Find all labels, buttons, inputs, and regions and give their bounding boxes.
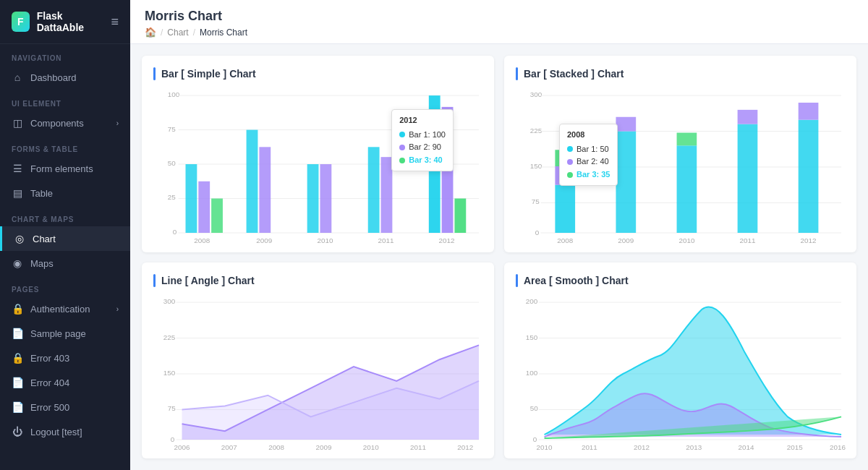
bar-simple-chart-card: Bar [ Simple ] Chart 100 75 50 25 0: [142, 56, 494, 252]
svg-text:2008: 2008: [557, 236, 573, 244]
line-angle-svg: 300 225 150 75 0: [153, 294, 482, 453]
sidebar-item-label: Error 500: [30, 402, 69, 413]
sidebar-item-logout[interactable]: ⏻ Logout [test]: [0, 419, 130, 444]
sidebar-item-chart[interactable]: ◎ Chart: [0, 226, 130, 251]
breadcrumb: 🏠 / Chart / Morris Chart: [145, 27, 854, 38]
page-title: Morris Chart: [145, 9, 854, 24]
sidebar-item-label: Table: [30, 188, 53, 199]
svg-text:100: 100: [168, 90, 180, 98]
svg-text:150: 150: [163, 368, 176, 376]
components-icon: ◫: [12, 117, 23, 129]
sidebar-item-label: Error 404: [30, 377, 69, 388]
line-angle-chart-title: Line [ Angle ] Chart: [153, 274, 482, 287]
sidebar-item-label: Dashboard: [30, 72, 77, 83]
page-icon: 📄: [12, 401, 23, 413]
lock-icon: 🔒: [12, 352, 23, 364]
sidebar-item-error-500[interactable]: 📄 Error 500: [0, 395, 130, 419]
area-smooth-chart-body: 200 150 100 50 0: [516, 294, 845, 456]
chevron-right-icon: ›: [116, 119, 119, 127]
svg-rect-43: [677, 133, 697, 146]
svg-rect-16: [320, 164, 331, 233]
content-area: Bar [ Simple ] Chart 100 75 50 25 0: [130, 44, 868, 470]
svg-text:0: 0: [535, 228, 540, 236]
svg-text:2009: 2009: [256, 236, 272, 244]
home-icon: 🏠: [145, 27, 156, 38]
form-icon: ☰: [12, 163, 23, 174]
breadcrumb-chart-link[interactable]: Chart: [167, 27, 188, 38]
breadcrumb-sep: /: [161, 27, 163, 38]
area-smooth-svg: 200 150 100 50 0: [516, 294, 845, 453]
svg-rect-11: [198, 181, 210, 233]
svg-rect-20: [442, 107, 454, 233]
svg-text:100: 100: [526, 368, 538, 376]
topbar: Morris Chart 🏠 / Chart / Morris Chart: [130, 0, 868, 44]
svg-rect-39: [555, 150, 575, 166]
svg-rect-15: [307, 164, 319, 233]
svg-text:225: 225: [530, 127, 542, 134]
sidebar-item-form-elements[interactable]: ☰ Form elements: [0, 156, 130, 181]
sidebar-item-error-403[interactable]: 🔒 Error 403: [0, 346, 130, 370]
sidebar-item-label: Logout [test]: [30, 427, 82, 437]
svg-text:0: 0: [173, 228, 177, 236]
svg-text:300: 300: [530, 90, 542, 98]
svg-rect-19: [429, 95, 441, 233]
chevron-right-icon: ›: [116, 305, 119, 313]
svg-text:2007: 2007: [221, 443, 237, 450]
svg-text:2010: 2010: [678, 236, 694, 244]
sidebar-item-label: Chart: [33, 234, 56, 244]
power-icon: ⏻: [12, 426, 23, 437]
brand-icon: F: [12, 12, 30, 32]
svg-rect-18: [381, 157, 393, 233]
breadcrumb-sep2: /: [193, 27, 195, 38]
bar-stacked-chart-body: 300 225 150 75 0: [516, 87, 845, 249]
nav-section-ui: UI ELEMENT: [0, 90, 130, 111]
svg-text:2010: 2010: [363, 443, 379, 450]
bar-stacked-svg: 300 225 150 75 0: [516, 87, 845, 247]
svg-text:2009: 2009: [618, 236, 634, 244]
area-smooth-chart-card: Area [ Smooth ] Chart 200 150 100 50 0: [504, 262, 856, 459]
svg-text:2015: 2015: [787, 443, 803, 450]
page-icon: 📄: [12, 377, 23, 388]
brand-name: Flask DattaAble: [37, 10, 104, 33]
svg-text:75: 75: [532, 197, 540, 205]
sidebar-item-table[interactable]: ▤ Table: [0, 181, 130, 205]
nav-section-pages: PAGES: [0, 275, 130, 296]
sidebar-item-maps[interactable]: ◉ Maps: [0, 251, 130, 275]
sidebar-item-authentication[interactable]: 🔒 Authentication ›: [0, 296, 130, 321]
svg-rect-44: [738, 124, 758, 233]
svg-text:2012: 2012: [801, 236, 817, 244]
bar-simple-chart-title: Bar [ Simple ] Chart: [153, 67, 482, 80]
svg-rect-37: [555, 185, 575, 233]
sidebar-item-components[interactable]: ◫ Components ›: [0, 111, 130, 135]
sidebar-item-label: Form elements: [30, 163, 93, 174]
area-smooth-chart-title: Area [ Smooth ] Chart: [516, 274, 845, 287]
bar-simple-chart-body: 100 75 50 25 0: [153, 87, 482, 249]
svg-rect-42: [677, 145, 697, 233]
main-content: Morris Chart 🏠 / Chart / Morris Chart Ba…: [130, 0, 868, 470]
svg-text:2010: 2010: [317, 236, 333, 244]
svg-text:200: 200: [526, 297, 538, 305]
hamburger-icon[interactable]: ≡: [111, 14, 119, 30]
svg-rect-38: [555, 166, 575, 185]
svg-rect-13: [247, 130, 258, 233]
map-icon: ◉: [12, 257, 23, 269]
bar-simple-svg: 100 75 50 25 0: [153, 87, 482, 247]
svg-text:2006: 2006: [174, 443, 190, 450]
svg-text:2010: 2010: [537, 443, 553, 450]
sidebar-item-sample-page[interactable]: 📄 Sample page: [0, 321, 130, 346]
line-angle-chart-card: Line [ Angle ] Chart 300 225 150 75 0: [142, 262, 494, 459]
svg-rect-40: [616, 132, 636, 233]
svg-text:2012: 2012: [457, 443, 473, 450]
sidebar-item-dashboard[interactable]: ⌂ Dashboard: [0, 65, 130, 90]
svg-text:2014: 2014: [739, 443, 754, 450]
lock-icon: 🔒: [12, 303, 23, 315]
svg-text:225: 225: [163, 333, 176, 341]
sidebar-item-error-404[interactable]: 📄 Error 404: [0, 370, 130, 395]
svg-text:2008: 2008: [194, 236, 210, 244]
svg-text:25: 25: [168, 194, 176, 202]
svg-text:50: 50: [168, 159, 176, 167]
chart-icon: ◎: [14, 233, 25, 244]
svg-text:2011: 2011: [582, 443, 597, 450]
bar-stacked-chart-card: Bar [ Stacked ] Chart 300 225 150 75 0: [504, 56, 856, 252]
svg-rect-14: [259, 147, 271, 233]
